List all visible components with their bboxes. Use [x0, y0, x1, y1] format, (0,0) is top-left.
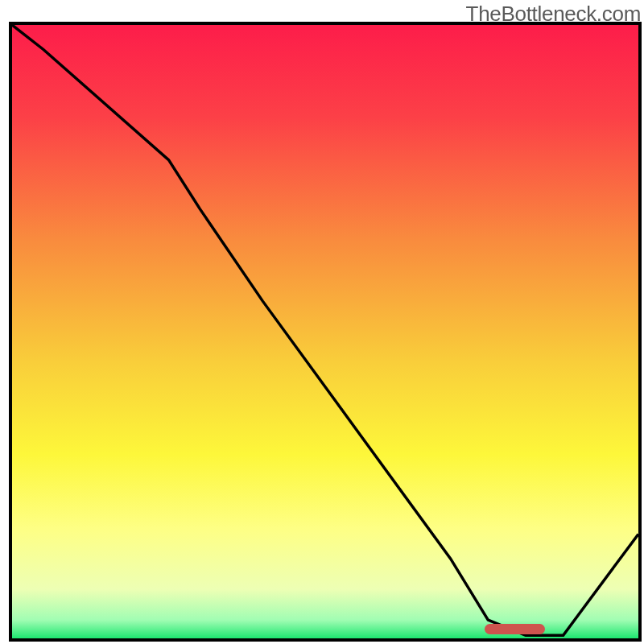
- chart-container: TheBottleneck.com: [0, 0, 644, 644]
- bottleneck-curve: [12, 25, 638, 638]
- watermark-text: TheBottleneck.com: [466, 2, 641, 27]
- curve-path: [12, 25, 638, 635]
- plot-area: [9, 22, 642, 642]
- optimal-marker: [485, 624, 545, 634]
